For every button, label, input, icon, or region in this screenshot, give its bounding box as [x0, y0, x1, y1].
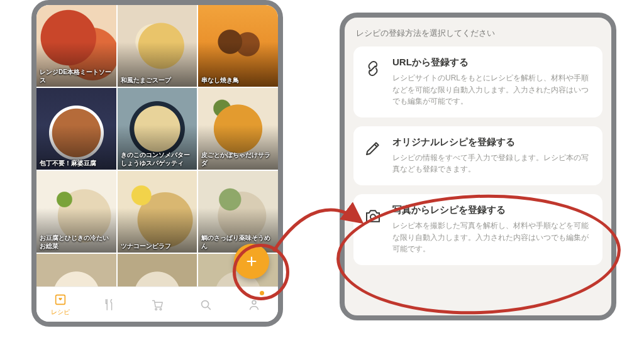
- pencil-icon: [362, 136, 384, 158]
- option-desc: レシピサイトのURLをもとにレシピを解析し、材料や手順などを可能な限り自動入力し…: [392, 72, 592, 107]
- svg-point-1: [155, 308, 157, 310]
- svg-point-4: [252, 300, 256, 304]
- option-title: オリジナルレシピを登録する: [392, 136, 592, 148]
- recipe-app-phone: レンジDE本格ミートソース 和風たまごスープ 串なし焼き鳥 包丁不要！麻婆豆腐 …: [31, 0, 283, 327]
- recipe-title: レンジDE本格ミートソース: [36, 66, 116, 87]
- cart-icon: [150, 298, 164, 312]
- recipe-tile[interactable]: ツナコーンピラフ: [118, 171, 197, 253]
- recipe-tile[interactable]: お豆腐とひじきの冷たいお総菜: [36, 171, 116, 253]
- option-title: URLから登録する: [392, 57, 592, 68]
- add-recipe-method-sheet: レシピの登録方法を選択してください URLから登録する レシピサイトのURLをも…: [340, 13, 616, 320]
- tab-search[interactable]: [181, 287, 230, 322]
- svg-point-2: [160, 308, 162, 310]
- recipe-title: お豆腐とひじきの冷たいお総菜: [36, 232, 116, 253]
- bottom-tab-bar: レシピ: [36, 286, 278, 322]
- recipe-tile[interactable]: [118, 254, 197, 288]
- recipe-title: 包丁不要！麻婆豆腐: [36, 157, 99, 170]
- recipe-title: 和風たまごスープ: [118, 74, 174, 87]
- sheet-heading: レシピの登録方法を選択してください: [356, 28, 600, 39]
- recipe-tile[interactable]: きのこのコンソメバターしょうゆスパゲッティ: [118, 88, 197, 170]
- notification-dot: [260, 291, 264, 295]
- option-register-original[interactable]: オリジナルレシピを登録する レシピの情報をすべて手入力で登録します。レシピ本の写…: [353, 126, 602, 185]
- heart-book-icon: [53, 293, 67, 307]
- recipe-tile[interactable]: 包丁不要！麻婆豆腐: [36, 88, 116, 170]
- link-icon: [362, 57, 384, 78]
- recipe-title: 皮ごとかぼちゃだけサラダ: [198, 149, 278, 170]
- add-recipe-fab[interactable]: [234, 244, 269, 279]
- camera-icon: [362, 204, 384, 226]
- recipe-tile[interactable]: レンジDE本格ミートソース: [36, 5, 116, 87]
- plus-icon: [245, 254, 258, 268]
- food-photo: [36, 254, 116, 288]
- recipe-tile[interactable]: 和風たまごスープ: [118, 5, 197, 87]
- recipe-tile[interactable]: [36, 254, 116, 288]
- tab-profile[interactable]: [230, 287, 278, 322]
- option-register-from-photo[interactable]: 写真からレシピを登録する レシピ本を撮影した写真を解析し、材料や手順などを可能な…: [353, 194, 602, 265]
- recipe-title: ツナコーンピラフ: [118, 240, 174, 253]
- option-title: 写真からレシピを登録する: [392, 204, 592, 216]
- option-body: オリジナルレシピを登録する レシピの情報をすべて手入力で登録します。レシピ本の写…: [392, 136, 592, 175]
- food-photo: [118, 254, 197, 288]
- recipe-title: 串なし焼き鳥: [198, 74, 242, 87]
- svg-point-5: [370, 214, 375, 219]
- option-register-from-url[interactable]: URLから登録する レシピサイトのURLをもとにレシピを解析し、材料や手順などを…: [353, 46, 602, 117]
- option-body: 写真からレシピを登録する レシピ本を撮影した写真を解析し、材料や手順などを可能な…: [392, 204, 592, 255]
- tab-recipe[interactable]: レシピ: [36, 287, 85, 322]
- profile-icon: [247, 298, 261, 312]
- option-desc: レシピ本を撮影した写真を解析し、材料や手順などを可能な限り自動入力します。入力さ…: [392, 220, 592, 255]
- recipe-grid: レンジDE本格ミートソース 和風たまごスープ 串なし焼き鳥 包丁不要！麻婆豆腐 …: [36, 5, 278, 288]
- recipe-tile[interactable]: 鯛のさっぱり薬味そうめん: [198, 171, 278, 253]
- cutlery-icon: [102, 298, 116, 312]
- search-icon: [199, 298, 213, 312]
- tab-meal-plan[interactable]: [85, 287, 133, 322]
- option-body: URLから登録する レシピサイトのURLをもとにレシピを解析し、材料や手順などを…: [392, 57, 592, 107]
- recipe-tile[interactable]: 皮ごとかぼちゃだけサラダ: [198, 88, 278, 170]
- tab-label: レシピ: [51, 308, 70, 317]
- option-desc: レシピの情報をすべて手入力で登録します。レシピ本の写真なども登録できます。: [392, 152, 592, 175]
- tab-shopping[interactable]: [133, 287, 182, 322]
- recipe-title: きのこのコンソメバターしょうゆスパゲッティ: [118, 149, 197, 170]
- recipe-tile[interactable]: 串なし焼き鳥: [198, 5, 278, 87]
